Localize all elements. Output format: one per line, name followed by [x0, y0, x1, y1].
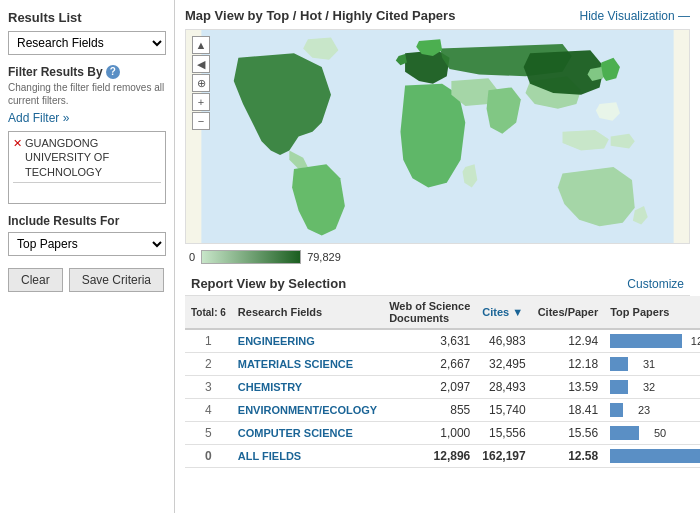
include-dropdown[interactable]: Top Papers Highly Cited Papers Hot Paper… — [8, 232, 166, 256]
field-name-cell[interactable]: MATERIALS SCIENCE — [232, 353, 383, 376]
rank-cell: 2 — [185, 353, 232, 376]
bar-container: 31 — [610, 357, 700, 371]
filter-tag-box: ✕ GUANGDONG UNIVERSITY OF TECHNOLOGY — [8, 131, 166, 204]
sidebar: Results List Research Fields Authors Cou… — [0, 0, 175, 513]
main-header: Map View by Top / Hot / Highly Cited Pap… — [185, 8, 690, 23]
results-list-dropdown[interactable]: Research Fields Authors Countries — [8, 31, 166, 55]
docs-cell: 2,097 — [383, 376, 476, 399]
cites-per-cell: 15.56 — [532, 422, 605, 445]
results-list-title: Results List — [8, 10, 166, 25]
bar-container: 32 — [610, 380, 700, 394]
top-papers-cell: 32 — [604, 376, 700, 399]
bar-label: 31 — [631, 358, 655, 370]
docs-cell: 855 — [383, 399, 476, 422]
legend-gradient — [201, 250, 301, 264]
table-row: 2 MATERIALS SCIENCE 2,667 32,495 12.18 3… — [185, 353, 700, 376]
clear-button[interactable]: Clear — [8, 268, 63, 292]
field-name-cell[interactable]: ENGINEERING — [232, 329, 383, 353]
col-research-fields: Research Fields — [232, 296, 383, 329]
cites-per-cell: 12.94 — [532, 329, 605, 353]
map-zoom-out-button[interactable]: − — [192, 112, 210, 130]
cites-cell: 28,493 — [476, 376, 531, 399]
top-papers-bar — [610, 403, 623, 417]
top-papers-bar — [610, 357, 628, 371]
map-globe-button[interactable]: ⊕ — [192, 74, 210, 92]
sidebar-buttons: Clear Save Criteria — [8, 268, 166, 292]
cites-per-cell: 13.59 — [532, 376, 605, 399]
total-label: Total: 6 — [191, 307, 226, 318]
top-papers-cell: 23 — [604, 399, 700, 422]
filter-by-section: Filter Results By ? Changing the filter … — [8, 65, 166, 204]
total-rank-cell: 0 — [185, 445, 232, 468]
legend-max: 79,829 — [307, 251, 341, 263]
cites-cell: 15,556 — [476, 422, 531, 445]
filter-input[interactable] — [13, 182, 161, 199]
total-bar — [610, 449, 700, 463]
legend-min: 0 — [189, 251, 195, 263]
col-cites[interactable]: Cites ▼ — [476, 296, 531, 329]
map-controls: ▲ ◀ ⊕ + − — [192, 36, 210, 130]
top-papers-cell: 31 — [604, 353, 700, 376]
total-cites-per-cell: 12.58 — [532, 445, 605, 468]
bar-label: 50 — [642, 427, 666, 439]
table-total-row: 0 ALL FIELDS 12,896 162,197 12.58 284 — [185, 445, 700, 468]
cites-cell: 32,495 — [476, 353, 531, 376]
bar-container: 125 — [610, 334, 700, 348]
include-section: Include Results For Top Papers Highly Ci… — [8, 214, 166, 256]
top-papers-bar — [610, 380, 628, 394]
col-cites-per: Cites/Paper — [532, 296, 605, 329]
rank-cell: 3 — [185, 376, 232, 399]
table-row: 4 ENVIRONMENT/ECOLOGY 855 15,740 18.41 2… — [185, 399, 700, 422]
docs-cell: 1,000 — [383, 422, 476, 445]
table-header-row: Total: 6 Research Fields Web of ScienceD… — [185, 296, 700, 329]
filter-tag: ✕ GUANGDONG UNIVERSITY OF TECHNOLOGY — [13, 136, 161, 179]
rank-cell: 5 — [185, 422, 232, 445]
main-panel: Map View by Top / Hot / Highly Cited Pap… — [175, 0, 700, 513]
hide-visualization-link[interactable]: Hide Visualization — — [579, 9, 690, 23]
main-title: Map View by Top / Hot / Highly Cited Pap… — [185, 8, 455, 23]
bar-container: 50 — [610, 426, 700, 440]
results-table: Total: 6 Research Fields Web of ScienceD… — [185, 296, 700, 468]
filter-by-label: Filter Results By — [8, 65, 103, 79]
top-papers-cell: 50 — [604, 422, 700, 445]
world-map — [186, 30, 689, 243]
total-cites-cell: 162,197 — [476, 445, 531, 468]
col-total: Total: 6 — [185, 296, 232, 329]
total-field-cell[interactable]: ALL FIELDS — [232, 445, 383, 468]
rank-cell: 4 — [185, 399, 232, 422]
remove-filter-icon[interactable]: ✕ — [13, 137, 22, 150]
cites-cell: 15,740 — [476, 399, 531, 422]
bar-label: 32 — [631, 381, 655, 393]
map-up-button[interactable]: ▲ — [192, 36, 210, 54]
cites-cell: 46,983 — [476, 329, 531, 353]
map-left-button[interactable]: ◀ — [192, 55, 210, 73]
bar-label: 23 — [626, 404, 650, 416]
cites-per-cell: 18.41 — [532, 399, 605, 422]
save-criteria-button[interactable]: Save Criteria — [69, 268, 164, 292]
top-papers-bar — [610, 334, 682, 348]
table-row: 5 COMPUTER SCIENCE 1,000 15,556 15.56 50 — [185, 422, 700, 445]
field-name-cell[interactable]: ENVIRONMENT/ECOLOGY — [232, 399, 383, 422]
table-row: 3 CHEMISTRY 2,097 28,493 13.59 32 — [185, 376, 700, 399]
map-zoom-in-button[interactable]: + — [192, 93, 210, 111]
legend-bar: 0 79,829 — [185, 250, 690, 264]
report-title: Report View by Selection — [191, 276, 346, 291]
report-header: Report View by Selection Customize — [185, 272, 690, 296]
cites-per-cell: 12.18 — [532, 353, 605, 376]
bar-container: 23 — [610, 403, 700, 417]
customize-link[interactable]: Customize — [627, 277, 684, 291]
col-top-papers: Top Papers — [604, 296, 700, 329]
filter-note: Changing the filter field removes all cu… — [8, 81, 166, 107]
total-top-papers-cell: 284 — [604, 445, 700, 468]
total-docs-cell: 12,896 — [383, 445, 476, 468]
total-bar-container: 284 — [610, 449, 700, 463]
include-label: Include Results For — [8, 214, 166, 228]
help-icon[interactable]: ? — [106, 65, 120, 79]
top-papers-cell: 125 — [604, 329, 700, 353]
docs-cell: 2,667 — [383, 353, 476, 376]
rank-cell: 1 — [185, 329, 232, 353]
add-filter-link[interactable]: Add Filter » — [8, 111, 166, 125]
field-name-cell[interactable]: CHEMISTRY — [232, 376, 383, 399]
field-name-cell[interactable]: COMPUTER SCIENCE — [232, 422, 383, 445]
filter-tag-text: GUANGDONG UNIVERSITY OF TECHNOLOGY — [25, 136, 161, 179]
